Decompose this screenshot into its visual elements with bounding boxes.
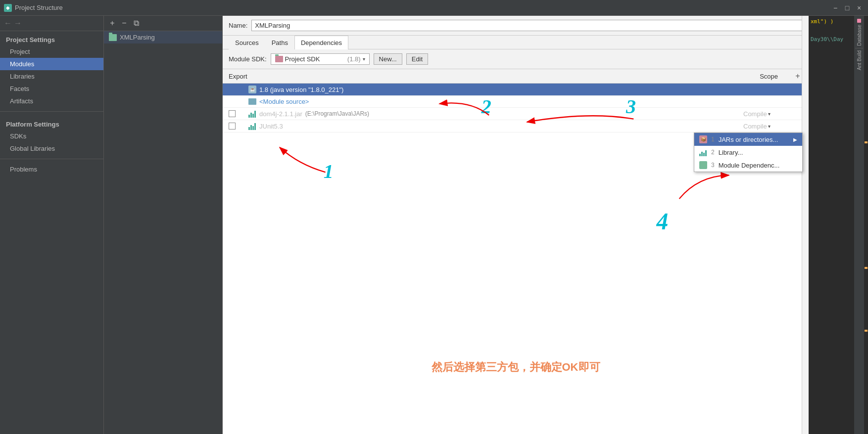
- nav-back-button[interactable]: ←: [4, 19, 12, 28]
- dropdown-num-2: 2: [711, 149, 715, 156]
- scope-dropdown-arrow-dom4j: ▾: [768, 111, 771, 117]
- scrollbar[interactable]: [802, 16, 809, 434]
- add-dependency-dropdown: 📦 1 JARs or directories... ▶ 2 Library..…: [694, 132, 803, 172]
- maximize-button[interactable]: □: [842, 3, 852, 13]
- module-list-toolbar: + − ⧉: [104, 16, 222, 31]
- editor-markers: [864, 16, 868, 434]
- dep-row-jdk[interactable]: ☕ 1.8 (java version "1.8.0_221"): [223, 84, 809, 96]
- dropdown-label-jars: JARs or directories...: [719, 136, 778, 143]
- marker-2: [865, 267, 868, 269]
- editor-line-1: xml") ): [809, 18, 854, 27]
- dep-export-junit: [229, 123, 248, 130]
- annotation-text: 然后选择第三方包，并确定OK即可: [432, 360, 600, 375]
- project-settings-label: Project Settings: [0, 31, 103, 45]
- title-bar-controls: − □ ×: [830, 3, 864, 13]
- tab-sources[interactable]: Sources: [229, 36, 265, 49]
- add-module-button[interactable]: +: [107, 18, 118, 29]
- dep-row-junit[interactable]: JUnit5.3 Compile ▾: [223, 120, 809, 132]
- dep-compile-label-junit: Compile: [743, 123, 767, 130]
- sidebar-item-modules[interactable]: Modules: [0, 58, 103, 70]
- dep-scope-dom4j[interactable]: Compile ▾: [743, 110, 803, 118]
- scope-dropdown-arrow-junit: ▾: [768, 124, 771, 129]
- marker-3: [865, 330, 868, 332]
- sidebar-item-libraries[interactable]: Libraries: [0, 70, 103, 83]
- dropdown-item-library[interactable]: 2 Library...: [694, 146, 802, 159]
- dep-name-junit: JUnit5.3: [248, 122, 743, 130]
- dep-row-source[interactable]: <Module source>: [223, 96, 809, 108]
- nav-arrows: ← →: [0, 16, 103, 31]
- platform-settings-label: Platform Settings: [0, 116, 103, 130]
- dropdown-item-module-dep[interactable]: 3 Module Dependenc...: [694, 159, 802, 172]
- app-icon: ◆: [4, 4, 12, 12]
- tab-paths[interactable]: Paths: [265, 36, 294, 49]
- dep-export-dom4j: [229, 110, 248, 117]
- dep-scope-junit[interactable]: Compile ▾: [743, 123, 803, 130]
- jar-icon: 📦: [699, 135, 707, 143]
- sdk-select[interactable]: Project SDK (1.8) ▾: [271, 53, 370, 65]
- dropdown-num-1: 1: [711, 136, 715, 143]
- dep-name-jdk: ☕ 1.8 (java version "1.8.0_221"): [248, 86, 743, 93]
- sidebar-item-global-libraries[interactable]: Global Libraries: [0, 142, 103, 155]
- dep-row-dom4j[interactable]: dom4j-2.1.1.jar (E:\Program\Java\JARs) C…: [223, 108, 809, 120]
- dropdown-arrow-1: ▶: [793, 137, 797, 142]
- mod-icon: [699, 161, 707, 169]
- sidebar-item-artifacts[interactable]: Artifacts: [0, 95, 103, 107]
- nav-forward-button[interactable]: →: [14, 19, 22, 28]
- remove-module-button[interactable]: −: [119, 18, 130, 29]
- tabs-row: Sources Paths Dependencies: [223, 36, 809, 49]
- editor-side-labels: Database Ant Build: [854, 16, 864, 434]
- marker-1: [865, 141, 868, 143]
- deps-table-header: Export Scope +: [223, 69, 809, 84]
- sdk-folder-icon: [275, 56, 283, 62]
- deps-add-button[interactable]: +: [793, 71, 803, 81]
- sidebar: ← → Project Settings Project Modules Lib…: [0, 16, 104, 434]
- editor-line-3: Day30\\Day: [809, 36, 854, 44]
- dep-jdk-label: 1.8 (java version "1.8.0_221"): [259, 86, 343, 93]
- module-folder-icon: [109, 34, 117, 41]
- jdk-icon: ☕: [248, 86, 256, 93]
- dep-compile-label-dom4j: Compile: [743, 110, 767, 118]
- lib-icon-junit: [248, 122, 256, 130]
- lib-icon-dom4j: [248, 110, 256, 118]
- sidebar-divider-1: [0, 111, 103, 112]
- source-folder-icon: [248, 98, 256, 105]
- dep-checkbox-junit[interactable]: [229, 123, 236, 130]
- minimize-button[interactable]: −: [830, 3, 840, 13]
- sdk-version-text: (1.8): [347, 55, 361, 63]
- dep-source-label: <Module source>: [259, 98, 309, 105]
- dep-junit-label: JUnit5.3: [259, 123, 283, 130]
- title-bar-title: Project Structure: [15, 4, 63, 11]
- dropdown-num-3: 3: [711, 162, 715, 169]
- sdk-row: Module SDK: Project SDK (1.8) ▾ New... E…: [223, 49, 809, 69]
- side-separator: [855, 48, 863, 48]
- editor-code-lines: xml") ) Day30\\Day: [809, 16, 854, 434]
- database-label[interactable]: Database: [857, 25, 862, 46]
- tab-dependencies[interactable]: Dependencies: [294, 36, 348, 49]
- sdk-new-button[interactable]: New...: [374, 53, 402, 65]
- editor-strip: xml") ) Day30\\Day Database Ant Build: [809, 16, 868, 434]
- dropdown-label-library: Library...: [719, 149, 743, 156]
- sdk-name-text: Project SDK: [285, 55, 345, 63]
- main-layout: ← → Project Settings Project Modules Lib…: [0, 16, 868, 434]
- dep-checkbox-dom4j[interactable]: [229, 110, 236, 117]
- dep-name-source: <Module source>: [248, 98, 743, 105]
- dropdown-item-jars[interactable]: 📦 1 JARs or directories... ▶: [694, 133, 802, 146]
- sidebar-item-sdks[interactable]: SDKs: [0, 130, 103, 142]
- sdk-chevron-icon: ▾: [363, 56, 365, 62]
- sidebar-item-project[interactable]: Project: [0, 45, 103, 58]
- close-button[interactable]: ×: [854, 3, 864, 13]
- copy-module-button[interactable]: ⧉: [131, 18, 142, 29]
- deps-col-scope: Scope: [743, 73, 793, 80]
- ant-build-label[interactable]: Ant Build: [857, 50, 862, 70]
- sdk-edit-button[interactable]: Edit: [406, 53, 428, 65]
- deps-col-export: Export: [229, 73, 258, 80]
- sidebar-item-problems[interactable]: Problems: [0, 163, 103, 175]
- title-bar: ◆ Project Structure − □ ×: [0, 0, 868, 16]
- sidebar-item-facets[interactable]: Facets: [0, 83, 103, 95]
- dep-dom4j-label: dom4j-2.1.1.jar: [259, 110, 302, 118]
- module-item-xmlparsing[interactable]: XMLParsing: [104, 31, 222, 43]
- main-panel: Name: Sources Paths Dependencies Module …: [223, 16, 809, 434]
- module-item-label: XMLParsing: [120, 34, 155, 41]
- lib-icon-dropdown: [699, 148, 707, 156]
- name-input[interactable]: [251, 20, 803, 31]
